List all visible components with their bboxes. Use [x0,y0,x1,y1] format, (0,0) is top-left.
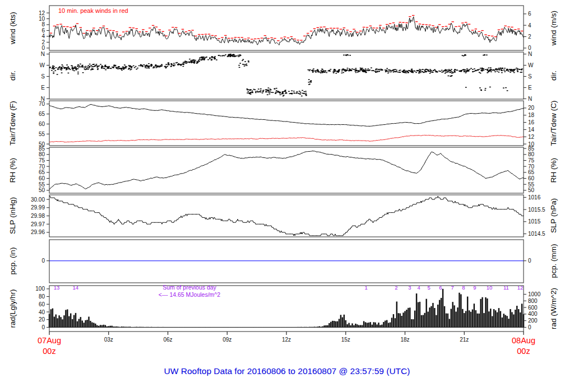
rad-sum-value-note: <--- 14.65 MJoules/m^2 [117,291,262,298]
slp-left-tick-label: 29.96 [31,229,45,235]
chart-title: UW Rooftop Data for 20160806 to 20160807… [0,366,574,376]
wind-left-tick-label: 8 [41,21,45,27]
tair-left-tick-label: 60 [39,121,45,127]
tair-left-tick-label: 70 [39,101,45,107]
rad-solar-hour-label: 13 [50,284,63,291]
slp-left-tick-label: 29.98 [31,213,45,219]
peak-winds-note: 10 min. peak winds in red [58,7,128,14]
dir-right-tick-label: S [528,73,532,80]
tair-right-tick-label: 16 [528,119,535,125]
rad-right-tick-label: 0 [528,324,531,330]
end-date-line1: 08Aug [504,335,543,346]
rad-left-tick-label: 80 [39,293,45,300]
panel-dir: NWSENNWSEN [40,51,534,102]
start-date-line1: 07Aug [30,335,69,346]
rad-right-tick-label: 600 [528,305,538,311]
wind-right-tick-label: 6 [528,11,531,17]
tair-right-tick-label: 20 [528,105,535,111]
uw-rooftop-weather-chart: 0246810120246NWSENNWSEN50556065701012141… [0,0,574,392]
x-axis-end-date: 08Aug 00z [504,335,543,357]
slp-left-tick-label: 29.99 [31,204,45,211]
tair-right-tick-label: 12 [528,134,535,140]
tair-left-tick-label: 65 [39,111,45,117]
x-tick-label: 21z [453,337,475,343]
wind-right-tick-label: 4 [528,22,531,29]
dir-right-tick-label: E [528,85,532,91]
rh-series [49,151,524,190]
rh-right-tick-label: 85 [528,146,535,152]
dir-left-tick-label: S [41,73,45,80]
rh-left-tick-label: 60 [39,175,45,181]
rad-right-tick-label: 400 [528,311,538,317]
dir-right-tick-label: W [528,62,534,68]
rad-solar-hour-label: 14 [69,284,82,291]
wind-left-tick-label: 0 [41,45,45,51]
panel-slp: 29.9629.9729.9829.9930.001014.510151015.… [31,194,545,237]
x-tick-label: 18z [394,337,416,343]
wind-speed-series [49,17,524,45]
rh-right-tick-label: 50 [528,187,535,193]
pcp-left-tick-label: 0 [41,258,45,264]
rad-left-axis-label: rad(Lgly/hr) [8,264,17,353]
panel-pcp: 00 [41,240,531,283]
tdew-series [49,135,524,142]
dir-left-tick-label: N [41,51,45,57]
rad-left-tick-label: 0 [41,324,45,330]
x-tick-label: 12z [275,337,298,343]
rad-left-tick-label: 40 [39,309,45,315]
rh-right-tick-label: 75 [528,157,535,164]
rh-right-tick-label: 65 [528,169,535,175]
wind-left-tick-label: 2 [41,39,45,45]
x-tick-label: 09z [216,337,238,343]
x-tick-label: 06z [157,337,179,343]
panel-tair: 5055606570101214161820 [39,101,535,147]
x-axis-start-date: 07Aug 00z [30,335,69,357]
wind-left-tick-label: 6 [41,27,45,34]
wind-left-tick-label: 12 [39,10,45,16]
rad-solar-hour-label: 1 [359,284,373,291]
rh-right-tick-label: 80 [528,151,535,157]
wind-right-tick-label: 2 [528,34,531,40]
rad-sum-note: Sum of previous day [117,284,262,291]
rh-right-tick-label: 70 [528,164,535,170]
panel-rh: 50556065707580855055606570758085 [39,146,535,194]
tair-series [49,104,524,126]
panel-rad: 02040608010002004006008001000 [35,286,540,332]
rh-left-tick-label: 80 [39,151,45,157]
slp-left-tick-label: 29.97 [31,221,45,227]
rad-right-axis-label: rad (W/m^2) [549,264,558,353]
rh-left-tick-label: 50 [39,187,45,193]
rad-left-tick-label: 100 [35,286,45,292]
rh-right-tick-label: 55 [528,181,535,188]
rh-left-tick-label: 65 [39,169,45,175]
x-tick-label: 15z [335,337,357,343]
rad-solar-hour-label: 9 [468,284,482,291]
wind-right-tick-label: 0 [528,45,531,51]
slp-series [49,196,524,236]
start-date-line2: 00z [30,346,69,357]
slp-right-tick-label: 1015.5 [528,207,545,213]
rh-left-tick-label: 85 [39,146,45,152]
tair-left-tick-label: 55 [39,131,45,137]
peak-wind-markers [50,15,524,41]
tair-right-tick-label: 14 [528,127,535,133]
rh-left-tick-label: 55 [39,181,45,188]
x-tick-label: 03z [98,337,120,343]
rad-solar-hour-label: 11 [499,284,513,291]
wind-left-tick-label: 4 [41,33,45,39]
plot-canvas: 0246810120246NWSENNWSEN50556065701012141… [0,0,574,392]
slp-right-tick-label: 1014.5 [528,231,545,237]
tair-right-tick-label: 18 [528,112,535,118]
dir-right-tick-label: N [528,51,532,57]
end-date-line2: 00z [504,346,543,357]
rad-left-tick-label: 60 [39,301,45,307]
dir-left-tick-label: W [40,62,45,68]
rad-solar-hour-label: 10 [483,284,496,291]
slp-left-tick-label: 30.00 [31,197,45,203]
rh-right-tick-label: 60 [528,175,535,181]
dir-left-tick-label: E [41,85,45,91]
slp-right-tick-label: 1016 [528,194,541,200]
pcp-right-tick-label: 0 [528,258,531,264]
rad-right-tick-label: 800 [528,298,538,304]
rad-solar-hour-label: 12 [513,284,527,291]
